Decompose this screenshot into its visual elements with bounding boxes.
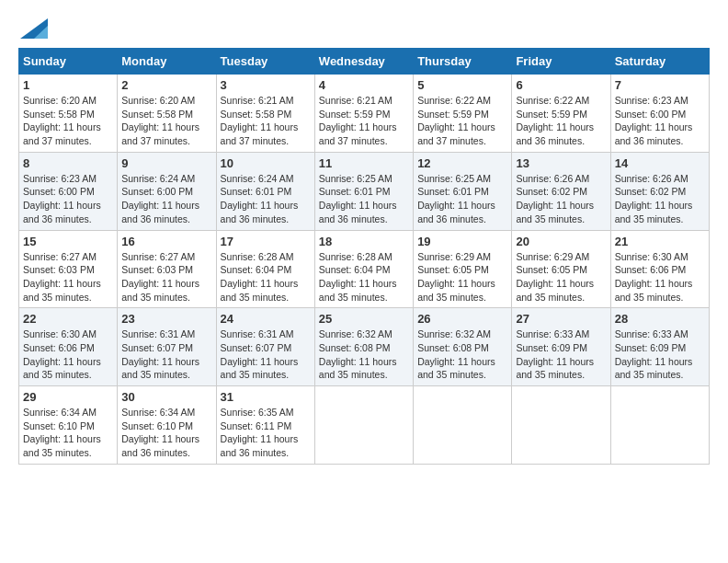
day-number: 11 (319, 156, 409, 170)
day-info: Sunrise: 6:23 AM Sunset: 6:00 PM Dayligh… (615, 94, 705, 148)
day-number: 29 (23, 390, 113, 404)
day-info: Sunrise: 6:30 AM Sunset: 6:06 PM Dayligh… (23, 327, 113, 382)
day-number: 4 (319, 78, 409, 92)
day-number: 1 (23, 78, 113, 92)
calendar-day-cell: 23 Sunrise: 6:31 AM Sunset: 6:07 PM Dayl… (118, 308, 216, 386)
day-info: Sunrise: 6:26 AM Sunset: 6:02 PM Dayligh… (615, 172, 705, 226)
calendar-day-cell: 21 Sunrise: 6:30 AM Sunset: 6:06 PM Dayl… (610, 230, 709, 308)
day-number: 26 (417, 312, 507, 326)
calendar-day-cell: 7 Sunrise: 6:23 AM Sunset: 6:00 PM Dayli… (610, 75, 709, 153)
day-number: 14 (615, 156, 705, 170)
page-header (18, 18, 710, 39)
weekday-header: Monday (118, 49, 216, 75)
day-number: 31 (221, 390, 311, 404)
calendar-day-cell: 25 Sunrise: 6:32 AM Sunset: 6:08 PM Dayl… (314, 308, 413, 386)
day-info: Sunrise: 6:21 AM Sunset: 5:58 PM Dayligh… (221, 94, 311, 148)
calendar-day-cell: 11 Sunrise: 6:25 AM Sunset: 6:01 PM Dayl… (314, 152, 413, 230)
day-number: 20 (516, 235, 606, 248)
day-info: Sunrise: 6:22 AM Sunset: 5:59 PM Dayligh… (516, 94, 606, 148)
weekday-header: Friday (512, 49, 610, 75)
day-info: Sunrise: 6:31 AM Sunset: 6:07 PM Dayligh… (121, 327, 211, 382)
calendar-day-cell: 28 Sunrise: 6:33 AM Sunset: 6:09 PM Dayl… (610, 308, 709, 386)
day-info: Sunrise: 6:25 AM Sunset: 6:01 PM Dayligh… (417, 172, 507, 226)
calendar-day-cell (314, 386, 413, 465)
day-info: Sunrise: 6:34 AM Sunset: 6:10 PM Dayligh… (121, 406, 211, 460)
calendar-day-cell: 19 Sunrise: 6:29 AM Sunset: 6:05 PM Dayl… (414, 230, 512, 308)
weekday-header: Wednesday (314, 49, 413, 75)
day-info: Sunrise: 6:20 AM Sunset: 5:58 PM Dayligh… (23, 94, 113, 148)
calendar-day-cell: 4 Sunrise: 6:21 AM Sunset: 5:59 PM Dayli… (314, 75, 413, 153)
day-info: Sunrise: 6:20 AM Sunset: 5:58 PM Dayligh… (121, 94, 211, 148)
day-info: Sunrise: 6:30 AM Sunset: 6:06 PM Dayligh… (615, 250, 705, 304)
calendar-day-cell: 6 Sunrise: 6:22 AM Sunset: 5:59 PM Dayli… (512, 75, 610, 153)
day-info: Sunrise: 6:24 AM Sunset: 6:00 PM Dayligh… (121, 172, 211, 226)
calendar-day-cell (414, 386, 512, 465)
calendar-day-cell: 17 Sunrise: 6:28 AM Sunset: 6:04 PM Dayl… (216, 230, 314, 308)
day-info: Sunrise: 6:24 AM Sunset: 6:01 PM Dayligh… (221, 172, 311, 226)
weekday-header: Sunday (19, 49, 118, 75)
calendar-day-cell: 10 Sunrise: 6:24 AM Sunset: 6:01 PM Dayl… (216, 152, 314, 230)
calendar-day-cell: 9 Sunrise: 6:24 AM Sunset: 6:00 PM Dayli… (118, 152, 216, 230)
calendar-day-cell: 16 Sunrise: 6:27 AM Sunset: 6:03 PM Dayl… (118, 230, 216, 308)
day-number: 23 (121, 312, 211, 326)
day-number: 28 (615, 312, 705, 326)
weekday-header: Tuesday (216, 49, 314, 75)
day-info: Sunrise: 6:28 AM Sunset: 6:04 PM Dayligh… (221, 250, 311, 304)
day-number: 16 (121, 235, 211, 248)
calendar-day-cell: 26 Sunrise: 6:32 AM Sunset: 6:08 PM Dayl… (414, 308, 512, 386)
calendar-day-cell: 2 Sunrise: 6:20 AM Sunset: 5:58 PM Dayli… (118, 75, 216, 153)
weekday-header: Saturday (610, 49, 709, 75)
calendar-week-row: 29 Sunrise: 6:34 AM Sunset: 6:10 PM Dayl… (19, 386, 710, 465)
day-info: Sunrise: 6:25 AM Sunset: 6:01 PM Dayligh… (319, 172, 409, 226)
day-number: 24 (221, 312, 311, 326)
calendar-table: SundayMondayTuesdayWednesdayThursdayFrid… (18, 48, 710, 465)
day-number: 2 (121, 78, 211, 92)
calendar-day-cell: 29 Sunrise: 6:34 AM Sunset: 6:10 PM Dayl… (19, 386, 118, 465)
calendar-day-cell (610, 386, 709, 465)
logo-icon (20, 18, 48, 39)
day-number: 21 (615, 235, 705, 248)
calendar-week-row: 8 Sunrise: 6:23 AM Sunset: 6:00 PM Dayli… (19, 152, 710, 230)
day-info: Sunrise: 6:27 AM Sunset: 6:03 PM Dayligh… (121, 250, 211, 304)
day-number: 3 (221, 78, 311, 92)
calendar-day-cell: 14 Sunrise: 6:26 AM Sunset: 6:02 PM Dayl… (610, 152, 709, 230)
day-number: 17 (221, 235, 311, 248)
day-info: Sunrise: 6:34 AM Sunset: 6:10 PM Dayligh… (23, 406, 113, 460)
day-number: 10 (221, 156, 311, 170)
calendar-day-cell: 22 Sunrise: 6:30 AM Sunset: 6:06 PM Dayl… (19, 308, 118, 386)
day-info: Sunrise: 6:32 AM Sunset: 6:08 PM Dayligh… (319, 327, 409, 382)
calendar-week-row: 22 Sunrise: 6:30 AM Sunset: 6:06 PM Dayl… (19, 308, 710, 386)
day-info: Sunrise: 6:35 AM Sunset: 6:11 PM Dayligh… (221, 406, 311, 460)
day-number: 7 (615, 78, 705, 92)
logo (18, 18, 50, 39)
day-info: Sunrise: 6:33 AM Sunset: 6:09 PM Dayligh… (516, 327, 606, 382)
calendar-week-row: 1 Sunrise: 6:20 AM Sunset: 5:58 PM Dayli… (19, 75, 710, 153)
day-number: 8 (23, 156, 113, 170)
calendar-day-cell: 20 Sunrise: 6:29 AM Sunset: 6:05 PM Dayl… (512, 230, 610, 308)
calendar-header-row: SundayMondayTuesdayWednesdayThursdayFrid… (19, 49, 710, 75)
calendar-day-cell: 5 Sunrise: 6:22 AM Sunset: 5:59 PM Dayli… (414, 75, 512, 153)
day-info: Sunrise: 6:22 AM Sunset: 5:59 PM Dayligh… (417, 94, 507, 148)
calendar-day-cell: 13 Sunrise: 6:26 AM Sunset: 6:02 PM Dayl… (512, 152, 610, 230)
day-number: 25 (319, 312, 409, 326)
day-number: 15 (23, 235, 113, 248)
weekday-header: Thursday (414, 49, 512, 75)
day-info: Sunrise: 6:26 AM Sunset: 6:02 PM Dayligh… (516, 172, 606, 226)
calendar-day-cell: 24 Sunrise: 6:31 AM Sunset: 6:07 PM Dayl… (216, 308, 314, 386)
day-number: 5 (417, 78, 507, 92)
calendar-day-cell: 30 Sunrise: 6:34 AM Sunset: 6:10 PM Dayl… (118, 386, 216, 465)
calendar-day-cell: 18 Sunrise: 6:28 AM Sunset: 6:04 PM Dayl… (314, 230, 413, 308)
day-info: Sunrise: 6:27 AM Sunset: 6:03 PM Dayligh… (23, 250, 113, 304)
day-number: 30 (121, 390, 211, 404)
day-number: 19 (417, 235, 507, 248)
day-number: 9 (121, 156, 211, 170)
day-info: Sunrise: 6:29 AM Sunset: 6:05 PM Dayligh… (417, 250, 507, 304)
calendar-day-cell: 3 Sunrise: 6:21 AM Sunset: 5:58 PM Dayli… (216, 75, 314, 153)
calendar-day-cell: 8 Sunrise: 6:23 AM Sunset: 6:00 PM Dayli… (19, 152, 118, 230)
calendar-day-cell: 27 Sunrise: 6:33 AM Sunset: 6:09 PM Dayl… (512, 308, 610, 386)
calendar-week-row: 15 Sunrise: 6:27 AM Sunset: 6:03 PM Dayl… (19, 230, 710, 308)
day-number: 6 (516, 78, 606, 92)
calendar-day-cell: 12 Sunrise: 6:25 AM Sunset: 6:01 PM Dayl… (414, 152, 512, 230)
day-info: Sunrise: 6:28 AM Sunset: 6:04 PM Dayligh… (319, 250, 409, 304)
day-info: Sunrise: 6:21 AM Sunset: 5:59 PM Dayligh… (319, 94, 409, 148)
